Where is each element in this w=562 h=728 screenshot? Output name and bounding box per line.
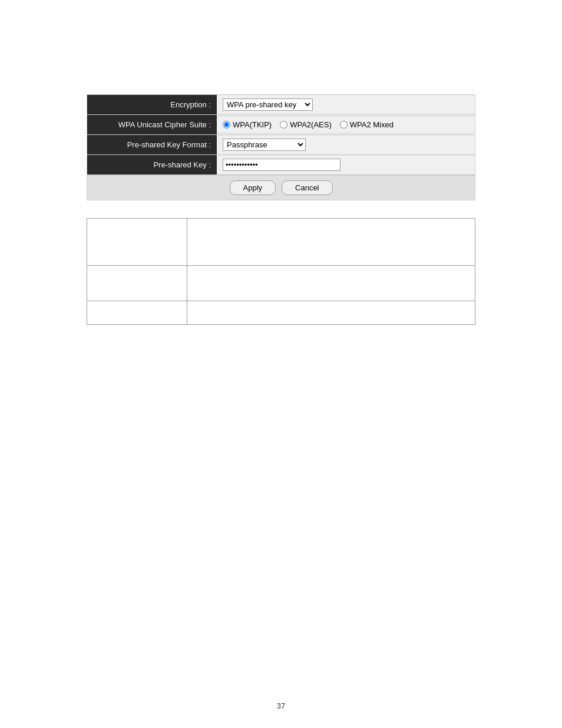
radio-wpa-tkip[interactable]: WPA(TKIP) <box>223 120 272 129</box>
radio-wpa2-aes-label: WPA2(AES) <box>290 120 332 129</box>
radio-wpa2-mixed[interactable]: WPA2 Mixed <box>340 120 394 129</box>
encryption-value: WPA pre-shared key WPA Enterprise WPA2 p… <box>217 95 475 114</box>
def-cell-2 <box>187 266 475 301</box>
button-row: Apply Cancel <box>87 175 475 200</box>
radio-wpa-tkip-label: WPA(TKIP) <box>233 120 272 129</box>
psk-label: Pre-shared Key : <box>87 155 217 174</box>
config-panel: Encryption : WPA pre-shared key WPA Ente… <box>87 94 475 200</box>
term-cell-1 <box>87 219 187 266</box>
desc-row-2 <box>87 266 475 301</box>
wpa-unicast-value: WPA(TKIP) WPA2(AES) WPA2 Mixed <box>217 117 475 132</box>
psk-format-select[interactable]: Passphrase Hex (64 characters) <box>223 139 306 151</box>
radio-wpa-tkip-input[interactable] <box>223 121 230 129</box>
psk-value <box>217 156 475 174</box>
radio-wpa2-aes-input[interactable] <box>280 121 287 129</box>
psk-row: Pre-shared Key : <box>87 155 475 175</box>
wpa-unicast-radio-group: WPA(TKIP) WPA2(AES) WPA2 Mixed <box>223 120 394 129</box>
radio-wpa2-aes[interactable]: WPA2(AES) <box>280 120 332 129</box>
wpa-unicast-label: WPA Unicast Cipher Suite : <box>87 115 217 134</box>
description-table <box>87 218 475 325</box>
psk-format-label: Pre-shared Key Format : <box>87 135 217 154</box>
wpa-unicast-row: WPA Unicast Cipher Suite : WPA(TKIP) WPA… <box>87 115 475 135</box>
def-cell-3 <box>187 301 475 325</box>
radio-wpa2-mixed-label: WPA2 Mixed <box>350 120 394 129</box>
radio-wpa2-mixed-input[interactable] <box>340 121 348 129</box>
encryption-label: Encryption : <box>87 95 217 114</box>
term-cell-3 <box>87 301 187 325</box>
apply-button[interactable]: Apply <box>230 180 276 195</box>
page-number: 37 <box>277 701 285 710</box>
psk-format-row: Pre-shared Key Format : Passphrase Hex (… <box>87 135 475 155</box>
encryption-select[interactable]: WPA pre-shared key WPA Enterprise WPA2 p… <box>223 98 313 111</box>
term-cell-2 <box>87 266 187 301</box>
def-cell-1 <box>187 219 475 266</box>
psk-format-value: Passphrase Hex (64 characters) <box>217 136 475 154</box>
encryption-row: Encryption : WPA pre-shared key WPA Ente… <box>87 95 475 115</box>
desc-row-3 <box>87 301 475 325</box>
desc-row-1 <box>87 219 475 266</box>
psk-input[interactable] <box>223 159 340 171</box>
cancel-button[interactable]: Cancel <box>282 180 332 195</box>
